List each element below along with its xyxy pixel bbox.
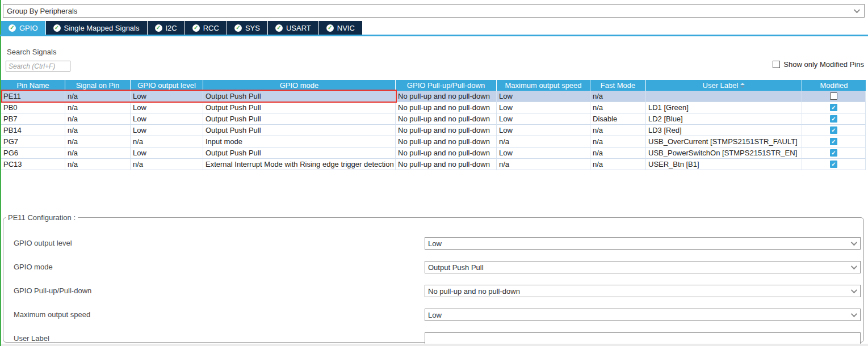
field-value: No pull-up and no pull-down [428, 287, 851, 296]
cell-maximum-output-speed: Low [497, 113, 590, 125]
cell-gpio-mode: External Interrupt Mode with Rising edge… [203, 159, 396, 170]
cell-modified: ✓ [802, 125, 866, 136]
check-badge-icon: ✓ [155, 24, 162, 32]
col-header-gpio-pull-up-pull-down[interactable]: GPIO Pull-up/Pull-down [396, 80, 497, 91]
col-header-fast-mode[interactable]: Fast Mode [590, 80, 646, 91]
config-field-gpio-pull-up-pull-down: GPIO Pull-up/Pull-downNo pull-up and no … [3, 285, 863, 297]
table-row-pb0[interactable]: PB0n/aLowOutput Push PullNo pull-up and … [1, 102, 866, 113]
user-label-input[interactable] [425, 332, 861, 345]
cell-signal-on-pin: n/a [65, 113, 131, 125]
cell-fast-mode: n/a [590, 102, 646, 113]
modified-checkbox[interactable]: ✓ [830, 104, 837, 111]
cell-maximum-output-speed: Low [497, 125, 590, 136]
col-header-label: Maximum output speed [505, 81, 581, 90]
col-header-maximum-output-speed[interactable]: Maximum output speed [497, 80, 590, 91]
cell-gpio-mode: Output Push Pull [203, 147, 396, 159]
cell-pin-name: PC13 [1, 159, 65, 170]
cell-signal-on-pin: n/a [65, 136, 131, 147]
cell-modified: ✓ [802, 102, 866, 113]
cell-maximum-output-speed: Low [497, 91, 590, 102]
modified-checkbox[interactable] [830, 92, 837, 100]
cell-user-label: USB_OverCurrent [STMPS2151STR_FAULT] [646, 136, 802, 147]
gpio-mode-dropdown[interactable]: Output Push Pull [425, 261, 861, 273]
cell-gpio-pull-up-pull-down: No pull-up and no pull-down [396, 113, 497, 125]
check-badge-icon: ✓ [326, 24, 334, 32]
cell-user-label [646, 91, 802, 102]
tab-i2c[interactable]: ✓ I2C [148, 21, 184, 35]
search-input[interactable] [6, 61, 70, 71]
cell-gpio-pull-up-pull-down: No pull-up and no pull-down [396, 125, 497, 136]
cell-maximum-output-speed: Low [497, 102, 590, 113]
table-row-pb7[interactable]: PB7n/aLowOutput Push PullNo pull-up and … [1, 113, 866, 125]
tab-nvic[interactable]: ✓ NVIC [319, 21, 362, 35]
col-header-label: GPIO Pull-up/Pull-down [407, 81, 485, 90]
col-header-label: GPIO mode [280, 81, 319, 90]
cell-gpio-mode: Input mode [203, 136, 396, 147]
col-header-pin-name[interactable]: Pin Name [1, 80, 65, 91]
table-row-pg7[interactable]: PG7n/an/aInput modeNo pull-up and no pul… [1, 136, 866, 147]
peripheral-tab-bar: ✓ GPIO ✓ Single Mapped Signals ✓ I2C ✓ R… [1, 21, 362, 35]
col-header-modified[interactable]: Modified [802, 80, 866, 91]
table-row-pe11[interactable]: PE11n/aLowOutput Push PullNo pull-up and… [1, 91, 866, 102]
col-header-label: Signal on Pin [76, 81, 120, 90]
chevron-down-icon [851, 287, 857, 293]
cell-gpio-output-level: Low [131, 113, 203, 125]
search-signals-label: Search Signals [7, 48, 56, 56]
modified-checkbox[interactable]: ✓ [830, 126, 837, 134]
table-row-pb14[interactable]: PB14n/aLowOutput Push PullNo pull-up and… [1, 125, 866, 136]
cell-pin-name: PB7 [1, 113, 65, 125]
group-by-value: Group By Peripherals [7, 7, 854, 15]
col-header-user-label[interactable]: User Label [646, 80, 802, 91]
check-badge-icon: ✓ [234, 24, 242, 32]
modified-checkbox[interactable]: ✓ [830, 138, 837, 145]
pinout-configuration-panel: Group By Peripherals ✓ GPIO ✓ Single Map… [0, 0, 868, 346]
col-header-label: Fast Mode [601, 81, 635, 90]
cell-user-label: USER_Btn [B1] [646, 159, 802, 170]
cell-modified [802, 91, 866, 102]
cell-gpio-output-level: n/a [131, 136, 203, 147]
cell-fast-mode: n/a [590, 91, 646, 102]
modified-checkbox[interactable]: ✓ [830, 115, 837, 123]
cell-fast-mode: n/a [590, 159, 646, 170]
cell-user-label: USB_PowerSwitchOn [STMPS2151STR_EN] [646, 147, 802, 159]
table-row-pg6[interactable]: PG6n/aLowOutput Push PullNo pull-up and … [1, 147, 866, 159]
field-label: User Label [14, 332, 49, 345]
chevron-down-icon [851, 311, 857, 317]
cell-gpio-output-level: Low [131, 91, 203, 102]
config-field-maximum-output-speed: Maximum output speedLow [3, 309, 863, 321]
field-value: Low [428, 311, 851, 319]
gpio-output-level-dropdown[interactable]: Low [425, 237, 861, 250]
col-header-signal-on-pin[interactable]: Signal on Pin [65, 80, 131, 91]
field-label: Maximum output speed [14, 309, 90, 321]
cell-fast-mode: n/a [590, 136, 646, 147]
cell-gpio-output-level: Low [131, 102, 203, 113]
check-badge-icon: ✓ [275, 24, 283, 32]
col-header-label: User Label [703, 81, 739, 90]
maximum-output-speed-dropdown[interactable]: Low [425, 309, 861, 321]
cell-gpio-mode: Output Push Pull [203, 113, 396, 125]
table-row-pc13[interactable]: PC13n/an/aExternal Interrupt Mode with R… [1, 159, 866, 170]
cell-modified: ✓ [802, 136, 866, 147]
field-label: GPIO mode [14, 261, 53, 273]
field-value: Low [428, 239, 851, 248]
cell-gpio-mode: Output Push Pull [203, 102, 396, 113]
field-value: Output Push Pull [428, 263, 851, 272]
modified-checkbox[interactable]: ✓ [830, 161, 837, 168]
col-header-gpio-mode[interactable]: GPIO mode [203, 80, 396, 91]
col-header-gpio-output-level[interactable]: GPIO output level [131, 80, 203, 91]
bottom-scroll-strip[interactable] [1, 344, 868, 346]
cell-gpio-pull-up-pull-down: No pull-up and no pull-down [396, 102, 497, 113]
tab-rcc[interactable]: ✓ RCC [185, 21, 227, 35]
gpio-pull-up-pull-down-dropdown[interactable]: No pull-up and no pull-down [425, 285, 861, 297]
tab-gpio[interactable]: ✓ GPIO [1, 21, 45, 35]
group-by-dropdown[interactable]: Group By Peripherals [3, 4, 865, 18]
cell-modified: ✓ [802, 113, 866, 125]
tab-sys[interactable]: ✓ SYS [227, 21, 267, 35]
tab-single-mapped-signals[interactable]: ✓ Single Mapped Signals [46, 21, 147, 35]
tab-usart[interactable]: ✓ USART [268, 21, 318, 35]
show-only-modified-control: Show only Modified Pins [773, 60, 864, 69]
modified-checkbox[interactable]: ✓ [830, 149, 837, 157]
show-only-modified-checkbox[interactable] [773, 61, 780, 68]
cell-maximum-output-speed: n/a [497, 136, 590, 147]
active-tab-underline [0, 35, 868, 36]
